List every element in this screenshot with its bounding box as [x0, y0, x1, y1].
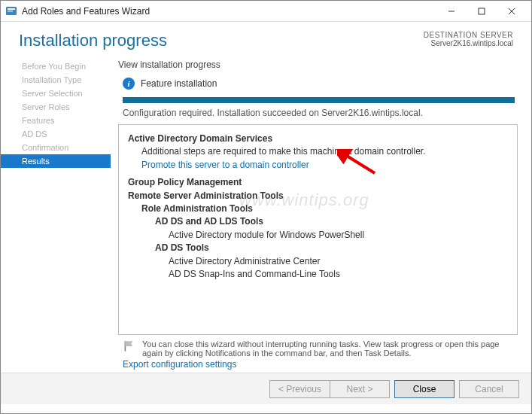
page-title: Installation progress: [19, 31, 167, 50]
gpm-label: Group Policy Management: [128, 177, 242, 187]
sidebar-item-installation-type: Installation Type: [1, 73, 111, 87]
app-icon: [5, 5, 17, 17]
cancel-button: Cancel: [459, 380, 519, 398]
results-box: Active Directory Domain Services Additio…: [118, 124, 518, 335]
addstools-label: AD DS Tools: [155, 242, 209, 253]
previous-button: < Previous: [269, 380, 330, 398]
rsat-label: Remote Server Administration Tools: [128, 190, 284, 201]
header: Installation progress DESTINATION SERVER…: [1, 22, 531, 55]
snapins-label: AD DS Snap-Ins and Command-Line Tools: [128, 268, 508, 281]
sidebar-item-server-roles: Server Roles: [1, 100, 111, 114]
export-config-link[interactable]: Export configuration settings: [118, 359, 518, 373]
view-label: View installation progress: [118, 59, 518, 70]
maximize-button[interactable]: [467, 1, 497, 22]
adac-label: Active Directory Administrative Center: [128, 255, 508, 268]
sidebar-item-server-selection: Server Selection: [1, 87, 111, 100]
adds-title: Active Directory Domain Services: [128, 133, 272, 144]
status-message: Configuration required. Installation suc…: [118, 108, 518, 118]
destination-label: DESTINATION SERVER: [424, 31, 513, 39]
sidebar-item-results[interactable]: Results: [1, 154, 111, 168]
destination-server-block: DESTINATION SERVER Server2K16.wintips.lo…: [424, 31, 513, 47]
svg-rect-4: [479, 8, 485, 14]
svg-rect-2: [8, 11, 13, 12]
promote-link[interactable]: Promote this server to a domain controll…: [141, 160, 309, 170]
wizard-sidebar: Before You Begin Installation Type Serve…: [1, 55, 111, 373]
status-row: i Feature installation: [118, 78, 518, 90]
titlebar: Add Roles and Features Wizard: [1, 1, 531, 22]
adlds-label: AD DS and AD LDS Tools: [155, 216, 263, 227]
footer: < Previous Next > Close Cancel: [1, 373, 531, 404]
admod-label: Active Directory module for Windows Powe…: [128, 229, 508, 242]
destination-value: Server2K16.wintips.local: [424, 39, 513, 47]
content-pane: View installation progress i Feature ins…: [111, 55, 531, 373]
flag-icon: [123, 339, 136, 353]
info-icon: i: [123, 78, 135, 90]
window-controls: [436, 1, 527, 22]
nav-button-group: < Previous Next >: [269, 380, 390, 398]
sidebar-item-before-you-begin: Before You Begin: [1, 59, 111, 73]
sidebar-item-features: Features: [1, 114, 111, 127]
progress-bar: [123, 97, 515, 103]
close-note-row: You can close this wizard without interr…: [118, 335, 518, 359]
status-title: Feature installation: [141, 78, 217, 89]
adds-note: Additional steps are required to make th…: [128, 145, 508, 158]
next-button: Next >: [330, 380, 390, 398]
rat-label: Role Administration Tools: [141, 203, 253, 214]
svg-rect-1: [8, 8, 15, 10]
minimize-button[interactable]: [436, 1, 467, 22]
window-title: Add Roles and Features Wizard: [22, 6, 436, 17]
close-button[interactable]: [497, 1, 527, 22]
sidebar-item-ad-ds: AD DS: [1, 127, 111, 141]
close-wizard-button[interactable]: Close: [394, 380, 454, 398]
sidebar-item-confirmation: Confirmation: [1, 141, 111, 154]
close-note: You can close this wizard without interr…: [142, 339, 515, 358]
